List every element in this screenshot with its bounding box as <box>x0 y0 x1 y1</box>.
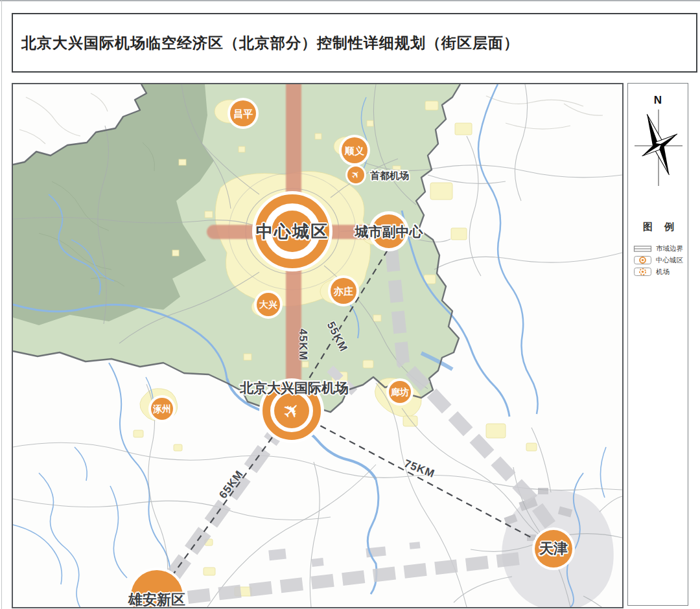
distance-label-75km: 75KM <box>402 457 436 481</box>
page-top-edge <box>0 0 700 1</box>
node-label-daxing: 大兴 <box>259 300 277 309</box>
center-city-symbol-icon <box>633 255 653 265</box>
legend-item-airport: 机场 <box>633 267 689 277</box>
legend-item-center-city: 中心城区 <box>633 255 689 265</box>
node-label-shunyi: 顺义 <box>345 146 364 155</box>
page-left-edge <box>1 0 2 609</box>
plan-title-box: 北京大兴国际机场临空经济区（北京部分）控制性详细规划（街区层面） <box>12 13 697 73</box>
planning-map: 昌平顺义✈首都机场中心城区城市副中心亦庄大兴✈北京大兴国际机场廊坊涿州天津雄安新… <box>12 83 624 608</box>
map-canvas-overlay: 昌平顺义✈首都机场中心城区城市副中心亦庄大兴✈北京大兴国际机场廊坊涿州天津雄安新… <box>13 84 622 607</box>
page-title: 北京大兴国际机场临空经济区（北京部分）控制性详细规划（街区层面） <box>21 33 519 53</box>
north-label: N <box>628 94 688 107</box>
node-label-changping: 昌平 <box>233 109 253 119</box>
legend-item-label: 市域边界 <box>656 244 683 253</box>
legend-heading: 图 例 <box>628 221 689 233</box>
node-label-daxing-airport: 北京大兴国际机场 <box>240 381 349 395</box>
node-label-yizhuang: 亦庄 <box>334 286 353 296</box>
legend-item-label: 机场 <box>656 268 670 277</box>
city-boundary-symbol-icon <box>633 244 653 253</box>
distance-label-65km: 65KM <box>216 468 246 501</box>
node-label-capital-airport: 首都机场 <box>370 170 409 180</box>
distance-label-45km: 45KM <box>296 328 309 360</box>
legend-item-label: 中心城区 <box>656 256 683 265</box>
airport-symbol-icon <box>633 267 653 277</box>
node-label-zhuozhou: 涿州 <box>153 404 171 413</box>
node-label-sub-center: 城市副中心 <box>355 225 423 238</box>
legend-item-boundary: 市域边界 <box>633 244 689 253</box>
map-side-panel: N 图 例 市域边界 <box>627 83 688 606</box>
node-label-xiongan: 雄安新区 <box>128 593 185 607</box>
distance-label-55km: 55KM <box>324 319 350 354</box>
legend: 图 例 市域边界 中心城区 <box>628 221 689 277</box>
node-label-center-city: 中心城区 <box>256 223 329 240</box>
compass-rose-icon <box>628 106 689 190</box>
node-label-langfang: 廊坊 <box>391 387 409 396</box>
node-label-tianjin: 天津 <box>539 542 568 556</box>
